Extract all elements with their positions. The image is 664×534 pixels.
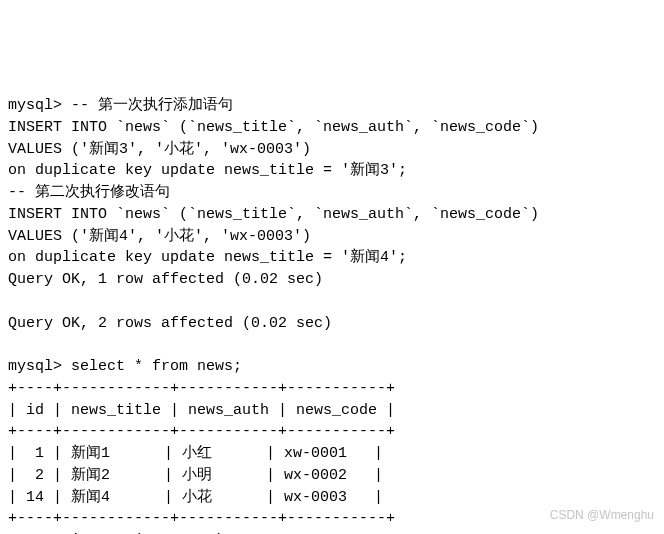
query-result: Query OK, 2 rows affected (0.02 sec) bbox=[8, 315, 332, 332]
sql-comment: -- 第一次执行添加语句 bbox=[71, 97, 233, 114]
table-header: | id | news_title | news_auth | news_cod… bbox=[8, 402, 395, 419]
sql-line: INSERT INTO `news` (`news_title`, `news_… bbox=[8, 119, 539, 136]
table-row: | 14 | 新闻4 | 小花 | wx-0003 | bbox=[8, 489, 383, 506]
table-border: +----+------------+-----------+---------… bbox=[8, 423, 395, 440]
sql-comment: -- 第二次执行修改语句 bbox=[8, 184, 170, 201]
table-border: +----+------------+-----------+---------… bbox=[8, 380, 395, 397]
sql-line: VALUES ('新闻4', '小花', 'wx-0003') bbox=[8, 228, 311, 245]
mysql-prompt: mysql> bbox=[8, 358, 71, 375]
table-row: | 2 | 新闻2 | 小明 | wx-0002 | bbox=[8, 467, 383, 484]
terminal-output: mysql> -- 第一次执行添加语句 INSERT INTO `news` (… bbox=[8, 95, 656, 534]
mysql-prompt: mysql> bbox=[8, 97, 71, 114]
table-row: | 1 | 新闻1 | 小红 | xw-0001 | bbox=[8, 445, 383, 462]
sql-line: on duplicate key update news_title = '新闻… bbox=[8, 249, 407, 266]
query-result: Query OK, 1 row affected (0.02 sec) bbox=[8, 271, 323, 288]
sql-line: VALUES ('新闻3', '小花', 'wx-0003') bbox=[8, 141, 311, 158]
sql-line: on duplicate key update news_title = '新闻… bbox=[8, 162, 407, 179]
sql-line: INSERT INTO `news` (`news_title`, `news_… bbox=[8, 206, 539, 223]
table-border: +----+------------+-----------+---------… bbox=[8, 510, 395, 527]
sql-line: select * from news; bbox=[71, 358, 242, 375]
watermark: CSDN @Wmenghu bbox=[550, 507, 654, 524]
